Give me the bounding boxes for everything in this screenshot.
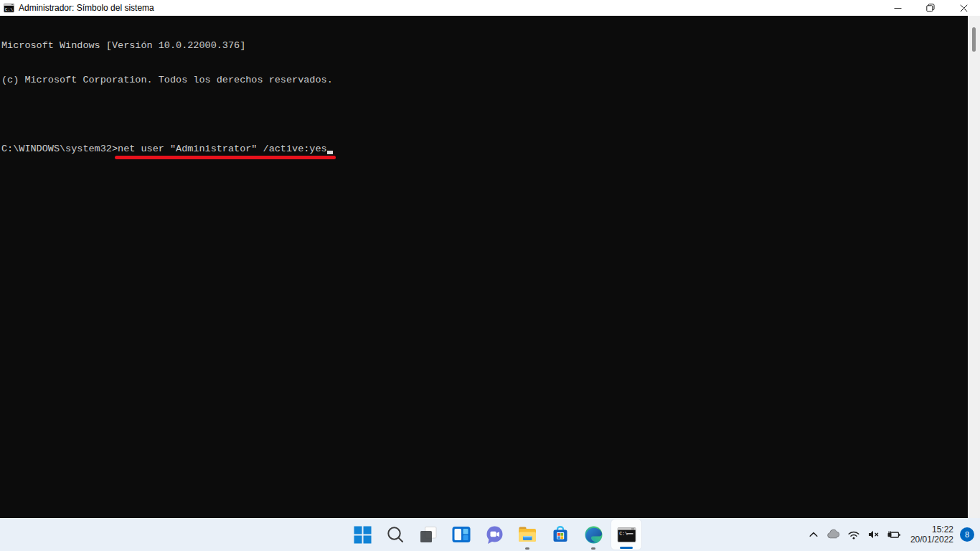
- wifi-icon: [847, 529, 860, 540]
- battery-charging-icon: [887, 529, 901, 540]
- taskbar-store-button[interactable]: [545, 519, 576, 550]
- window-titlebar[interactable]: C:\ Administrador: Símbolo del sistema: [0, 0, 980, 16]
- terminal-line-copyright: (c) Microsoft Corporation. Todos los der…: [1, 75, 966, 86]
- system-tray: 15:22 20/01/2022 8: [806, 518, 974, 551]
- taskbar-chat-button[interactable]: [479, 519, 510, 550]
- typed-command: net user "Administrator" /active:yes: [118, 143, 327, 154]
- widgets-icon: [451, 525, 471, 544]
- desktop-screen: C:\ Administrador: Símbolo del sistema: [0, 0, 980, 551]
- battery-button[interactable]: [886, 526, 902, 543]
- task-view-icon: [419, 525, 438, 544]
- notification-count: 8: [965, 530, 969, 539]
- window-title: Administrador: Símbolo del sistema: [19, 3, 154, 13]
- terminal-window[interactable]: Microsoft Windows [Versión 10.0.22000.37…: [0, 16, 980, 518]
- taskbar-edge-button[interactable]: [578, 519, 609, 550]
- chevron-up-icon: [808, 529, 819, 540]
- taskbar-start-button[interactable]: [347, 519, 378, 550]
- windows-start-icon: [354, 526, 372, 544]
- close-icon: [960, 4, 968, 12]
- notification-badge[interactable]: 8: [960, 527, 974, 542]
- close-button[interactable]: [947, 0, 980, 16]
- taskbar: C:\: [0, 518, 980, 551]
- taskbar-task-view-button[interactable]: [413, 519, 444, 550]
- taskbar-file-explorer-button[interactable]: [512, 519, 543, 550]
- scrollbar-thumb[interactable]: [972, 27, 976, 52]
- volume-button[interactable]: [866, 526, 882, 543]
- microsoft-edge-icon: [584, 525, 603, 545]
- running-indicator-dot: [525, 547, 529, 550]
- tray-icons: [806, 526, 902, 543]
- volume-muted-icon: [867, 529, 880, 540]
- taskbar-center-icons: C:\: [347, 519, 642, 550]
- cmd-app-icon: C:\: [4, 3, 14, 13]
- typed-command-wrap: net user "Administrator" /active:yes: [118, 143, 333, 155]
- clock-time: 15:22: [910, 524, 953, 534]
- chat-icon: [485, 525, 504, 545]
- restore-button[interactable]: [914, 0, 947, 16]
- terminal-line-blank: [1, 109, 966, 121]
- onedrive-button[interactable]: [826, 526, 842, 543]
- file-explorer-icon: [517, 525, 537, 544]
- command-prompt-icon: C:\: [617, 526, 636, 544]
- terminal-output: Microsoft Windows [Versión 10.0.22000.37…: [0, 16, 980, 178]
- terminal-scrollbar[interactable]: [968, 16, 980, 518]
- terminal-prompt-line: C:\WINDOWS\system32>net user "Administra…: [1, 143, 966, 155]
- taskbar-clock[interactable]: 15:22 20/01/2022: [910, 524, 953, 545]
- active-window-indicator: [620, 547, 633, 549]
- hidden-icons-button[interactable]: [806, 526, 821, 543]
- svg-text:C:\: C:\: [619, 531, 628, 536]
- minimize-button[interactable]: [881, 0, 914, 16]
- microsoft-store-icon: [550, 524, 570, 545]
- minimize-icon: [894, 4, 902, 12]
- terminal-prompt: C:\WINDOWS\system32>: [1, 143, 118, 154]
- search-icon: [386, 525, 405, 544]
- clock-date: 20/01/2022: [910, 534, 953, 545]
- taskbar-search-button[interactable]: [380, 519, 411, 550]
- terminal-line-version: Microsoft Windows [Versión 10.0.22000.37…: [1, 40, 966, 52]
- running-indicator-dot: [591, 547, 595, 550]
- onedrive-cloud-icon: [826, 529, 841, 540]
- network-button[interactable]: [846, 526, 862, 543]
- terminal-cursor: [327, 146, 333, 154]
- restore-icon: [926, 4, 935, 12]
- taskbar-cmd-button[interactable]: C:\: [611, 519, 642, 550]
- svg-text:C:\: C:\: [5, 7, 13, 12]
- red-underline-annotation: [115, 156, 336, 159]
- taskbar-widgets-button[interactable]: [446, 519, 477, 550]
- window-controls: [881, 0, 980, 16]
